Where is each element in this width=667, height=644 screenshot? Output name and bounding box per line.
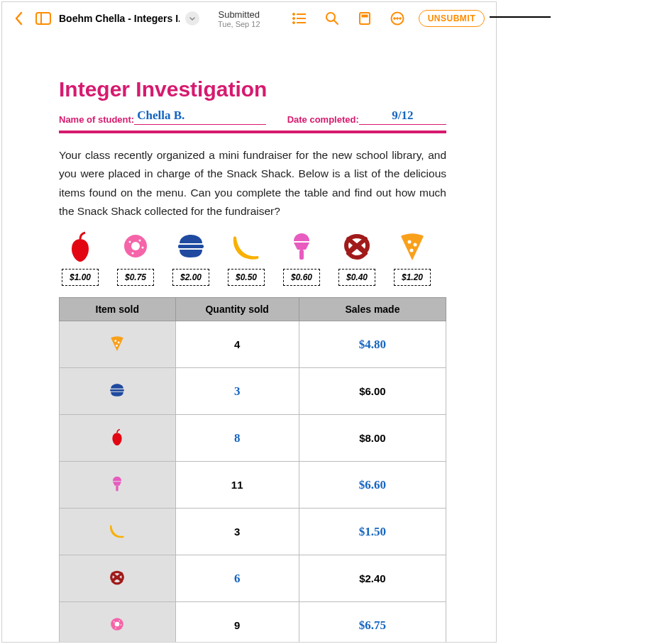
svg-rect-0 <box>36 13 50 24</box>
date-value: 9/12 <box>359 109 446 125</box>
price-burger: $2.00 <box>172 269 209 286</box>
back-chevron-icon[interactable] <box>8 7 31 30</box>
worksheet-body-text: Your class recently organized a mini fun… <box>59 146 446 221</box>
table-row: 8 $8.00 <box>60 415 446 462</box>
table-header: Sales made <box>299 298 446 321</box>
qty-cell: 3 <box>175 368 299 415</box>
qty-cell: 3 <box>175 509 299 555</box>
svg-point-4 <box>292 18 294 20</box>
svg-point-15 <box>399 18 401 20</box>
burger-icon <box>100 397 134 409</box>
search-icon[interactable] <box>321 7 343 30</box>
item-cell-apple <box>60 415 176 462</box>
title-dropdown-icon[interactable] <box>185 11 199 26</box>
document-title: Boehm Chella - Integers I... <box>59 13 180 24</box>
menu-items-row: $1.00 $0.75 $2.00 $0.50 $0.60 $0.40 $1.2… <box>59 229 446 286</box>
svg-line-9 <box>334 21 338 24</box>
document-tools-icon[interactable] <box>353 7 376 30</box>
apple-icon <box>100 444 134 456</box>
worksheet-heading: Integer Investigation <box>59 77 446 101</box>
apple-icon <box>59 229 101 263</box>
qty-cell: 4 <box>175 321 299 368</box>
table-row: 6 $2.40 <box>60 555 446 602</box>
heading-divider <box>59 131 446 133</box>
menu-item-donut: $0.75 <box>114 229 157 286</box>
item-cell-burger <box>60 368 176 415</box>
price-apple: $1.00 <box>62 269 99 286</box>
status-main-text: Submitted <box>218 9 260 20</box>
banana-icon <box>100 538 134 550</box>
price-donut: $0.75 <box>117 269 154 286</box>
item-cell-banana <box>60 509 176 555</box>
list-icon[interactable] <box>288 7 311 30</box>
qty-cell: 11 <box>175 462 299 509</box>
svg-point-2 <box>292 13 294 16</box>
pizza-icon <box>100 350 134 362</box>
qty-cell: 9 <box>175 602 299 643</box>
item-cell-donut <box>60 602 176 643</box>
table-row: 3 $1.50 <box>60 509 446 555</box>
table-header: Item sold <box>60 298 176 321</box>
svg-rect-10 <box>360 13 370 24</box>
price-pizza: $1.20 <box>394 269 431 286</box>
more-icon[interactable] <box>386 7 409 30</box>
price-banana: $0.50 <box>228 269 265 286</box>
qty-cell: 6 <box>175 555 299 602</box>
menu-item-banana: $0.50 <box>225 229 268 286</box>
date-label: Date completed: <box>287 114 359 125</box>
callout-line <box>490 16 551 18</box>
price-icecream: $0.60 <box>283 269 320 286</box>
menu-item-icecream: $0.60 <box>280 229 323 286</box>
icecream-icon <box>280 229 323 263</box>
sales-cell: $6.75 <box>299 602 446 643</box>
menu-item-pizza: $1.20 <box>391 229 434 286</box>
name-label: Name of student: <box>59 114 134 125</box>
banana-icon <box>225 229 268 263</box>
donut-icon <box>100 631 134 643</box>
icecream-icon <box>100 491 134 503</box>
worksheet-document: Integer Investigation Name of student: C… <box>2 35 496 643</box>
svg-point-8 <box>326 13 335 21</box>
table-header: Quantity sold <box>175 298 299 321</box>
sales-cell: $6.60 <box>299 462 446 509</box>
svg-point-6 <box>292 22 294 24</box>
sales-cell: $1.50 <box>299 509 446 555</box>
sales-cell: $4.80 <box>299 321 446 368</box>
pretzel-icon <box>100 584 134 596</box>
menu-item-burger: $2.00 <box>170 229 212 286</box>
price-pretzel: $0.40 <box>338 269 375 286</box>
sidebar-panel-icon[interactable] <box>32 7 55 30</box>
pretzel-icon <box>336 229 378 263</box>
donut-icon <box>114 229 157 263</box>
sales-cell: $8.00 <box>299 415 446 462</box>
sales-table: Item soldQuantity soldSales made 4 $4.80… <box>59 297 446 643</box>
submission-status: Submitted Tue, Sep 12 <box>218 9 260 28</box>
svg-point-14 <box>396 18 398 20</box>
sales-cell: $2.40 <box>299 555 446 602</box>
svg-point-13 <box>393 18 395 20</box>
menu-item-pretzel: $0.40 <box>336 229 378 286</box>
burger-icon <box>170 229 212 263</box>
sales-cell: $6.00 <box>299 368 446 415</box>
name-value: Chella B. <box>134 109 265 125</box>
menu-item-apple: $1.00 <box>59 229 101 286</box>
table-row: 4 $4.80 <box>60 321 446 368</box>
app-toolbar: Boehm Chella - Integers I... Submitted T… <box>2 2 496 35</box>
status-sub-text: Tue, Sep 12 <box>218 20 260 28</box>
item-cell-icecream <box>60 462 176 509</box>
item-cell-pretzel <box>60 555 176 602</box>
table-row: 9 $6.75 <box>60 602 446 643</box>
item-cell-pizza <box>60 321 176 368</box>
unsubmit-button[interactable]: UNSUBMIT <box>419 10 485 27</box>
pizza-icon <box>391 229 434 263</box>
svg-rect-11 <box>362 15 368 17</box>
table-row: 11 $6.60 <box>60 462 446 509</box>
qty-cell: 8 <box>175 415 299 462</box>
table-row: 3 $6.00 <box>60 368 446 415</box>
